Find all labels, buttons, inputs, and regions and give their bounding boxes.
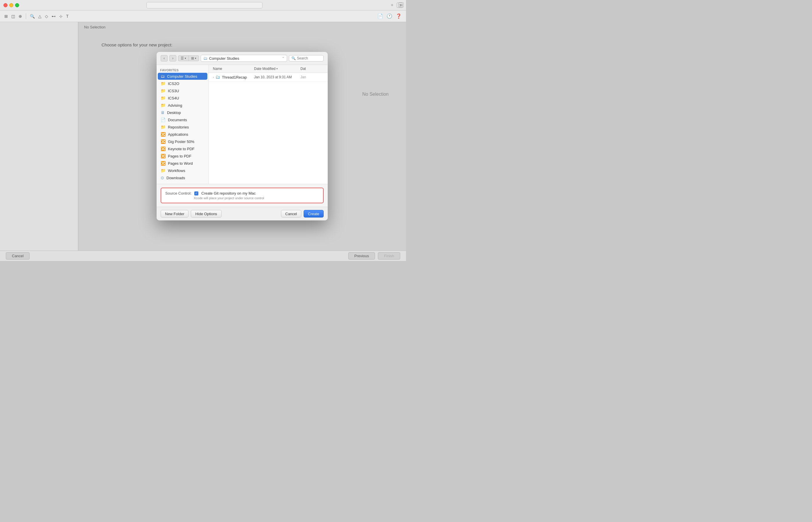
download-icon: ⊙ [161,176,164,180]
bookmark-icon[interactable]: ◇ [44,13,49,19]
folder-icon-computer-studies: 🗂 [161,74,165,79]
title-bar-center [21,2,387,8]
sidebar-item-pages-to-word[interactable]: 🔀 Pages to Word [158,160,207,167]
inspector-icon-1[interactable]: 📄 [377,13,384,20]
source-control-row: Source Control: ✓ Create Git repository … [165,191,319,196]
inspector-icon-3[interactable]: ❓ [395,13,403,20]
warning-icon[interactable]: △ [37,13,42,19]
sidebar-item-gig-poster[interactable]: 🔀 Gig Poster 50% [158,138,207,145]
sidebar-toggle[interactable]: ⊟ [399,2,404,7]
cancel-button[interactable]: Cancel [281,210,301,218]
finish-button[interactable]: Finish [378,252,400,260]
sidebar-item-ics3u[interactable]: 📁 ICS3U [158,87,207,94]
sidebar-label-advising: Advising [168,103,182,107]
sidebar-item-workflows[interactable]: 📁 Workflows [158,167,207,174]
tag-icon[interactable]: ⊹ [58,13,63,19]
file-date-thread1recap: Jan 10, 2023 at 9:31 AM [254,75,301,79]
expand-chevron-thread1recap[interactable]: › [213,76,214,79]
forward-button[interactable]: › [169,55,176,61]
bottom-nav-buttons: Previous Finish [348,252,400,260]
app-icon-applications: 🔀 [161,132,166,137]
col-name-header: Name [213,67,254,71]
file-row-thread1recap[interactable]: › 🗂 Thread1Recap Jan 10, 2023 at 9:31 AM… [209,73,328,82]
sidebar-item-desktop[interactable]: 🖥 Desktop [158,109,207,116]
cancel-bottom-button[interactable]: Cancel [6,252,29,260]
new-folder-button[interactable]: New Folder [161,210,188,218]
toolbar-separator-1 [26,13,26,19]
folder-icon-ics4u: 📁 [161,96,166,100]
sidebar-label-desktop: Desktop [167,111,181,115]
choose-options-label: Choose options for your new project: [102,42,172,47]
maximize-button[interactable] [15,3,19,7]
folder-icon-advising: 📁 [161,103,166,107]
main-area: No Selection Choose options for your new… [0,22,406,261]
inspector-icon-2[interactable]: 🕐 [386,13,393,20]
dialog-buttons: New Folder Hide Options Cancel Create [157,207,328,220]
sidebar-label-workflows: Workflows [168,168,185,173]
folder-icon-thread1recap: 🗂 [216,75,220,80]
previous-button[interactable]: Previous [348,252,375,260]
text-icon[interactable]: T [65,13,69,19]
sidebar-item-documents[interactable]: 📄 Documents [158,116,207,123]
source-control-box: Source Control: ✓ Create Git repository … [161,188,324,203]
create-git-checkbox[interactable]: ✓ [194,192,198,196]
folder-icon-repositories: 📁 [161,125,166,129]
grid-view-button[interactable]: ⊞ ▾ [189,56,199,61]
app-icon-pages-pdf: 🔀 [161,154,166,158]
add-tab-button[interactable]: ＋ [390,2,394,8]
file-date-extra-thread1recap: Jan [301,75,324,79]
sidebar-item-downloads[interactable]: ⊙ Downloads [158,174,207,181]
sidebar-label-gig-poster: Gig Poster 50% [168,140,194,144]
sidebar-item-keynote-pdf[interactable]: 🔀 Keynote to PDF [158,145,207,152]
col-date-extra-header: Dat [301,67,324,71]
sidebar-favorites-label: Favorites [157,67,208,73]
list-chevron: ▾ [185,57,186,60]
close-button[interactable] [3,3,7,7]
bottom-bar: Cancel Previous Finish [0,250,406,261]
file-list-header: Name Date Modified ▾ Dat [209,65,328,73]
grid-view-icon[interactable]: ⊞ [3,13,9,19]
sidebar-label-ics3u: ICS3U [168,89,179,93]
grid-icon: ⊞ [191,56,194,60]
app-icon-pages-word: 🔀 [161,161,166,166]
minimize-button[interactable] [9,3,13,7]
sidebar-item-applications[interactable]: 🔀 Applications [158,131,207,138]
folder-icon-desktop: 🖥 [161,110,165,115]
create-button[interactable]: Create [304,210,324,218]
file-list-body: › 🗂 Thread1Recap Jan 10, 2023 at 9:31 AM… [209,73,328,184]
location-folder-icon: 🗂 [203,56,207,61]
sidebar-item-advising[interactable]: 📁 Advising [158,102,207,109]
location-bar[interactable]: 🗂 Computer Studies ⌃ [201,55,287,62]
sidebar-item-ics4u[interactable]: 📁 ICS4U [158,95,207,101]
hide-options-button[interactable]: Hide Options [191,210,221,218]
folder-icon-ics3u: 📁 [161,88,166,93]
file-label-thread1recap: Thread1Recap [222,75,247,79]
title-bar: ⊟ ＋ ⊡ [0,0,406,11]
col-date-label: Date Modified [254,67,276,71]
search-input[interactable] [297,56,320,60]
grid-chevron: ▾ [195,57,196,60]
sidebar-label-repositories: Repositories [168,125,189,129]
sidebar-item-computer-studies[interactable]: 🗂 Computer Studies [158,73,207,80]
sidebar-label-ics4u: ICS4U [168,96,179,100]
group-icon[interactable]: ⊕ [18,13,23,19]
folder-icon-ics2o: 📁 [161,81,166,86]
sidebar-item-ics2o[interactable]: 📁 ICS2O [158,80,207,87]
sidebar-item-repositories[interactable]: 📁 Repositories [158,123,207,130]
dialog-toolbar: ‹ › ☰ ▾ ⊞ ▾ 🗂 Computer Studies ⌃ [157,52,328,65]
search-toolbar-icon[interactable]: 🔍 [29,13,36,19]
sidebar-label-computer-studies: Computer Studies [167,74,197,79]
back-button[interactable]: ‹ [161,55,168,61]
sidebar-label-pages-word: Pages to Word [168,161,193,166]
list-icon: ☰ [181,56,184,60]
col-date-header[interactable]: Date Modified ▾ [254,67,301,71]
list-view-button[interactable]: ☰ ▾ [178,56,189,61]
sidebar-item-pages-to-pdf[interactable]: 🔀 Pages to PDF [158,153,207,160]
sidebar-label-keynote-pdf: Keynote to PDF [168,147,195,151]
dialog-body: Favorites 🗂 Computer Studies 📁 ICS2O 📁 I… [157,65,328,184]
link-icon[interactable]: ⊷ [51,13,57,19]
sidebar-label-downloads: Downloads [166,176,185,180]
sort-arrow: ▾ [276,67,278,70]
split-view-icon[interactable]: ◫ [11,13,16,19]
app-icon-keynote-pdf: 🔀 [161,146,166,151]
